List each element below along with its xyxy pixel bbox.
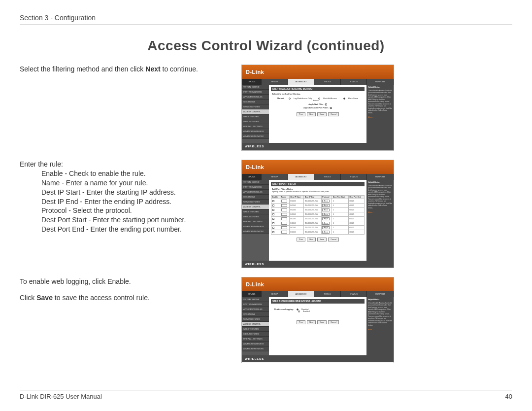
tab-support[interactable]: SUPPORT — [367, 291, 394, 297]
checkbox-icon[interactable] — [330, 107, 332, 109]
sidebar-item[interactable]: NETWORK FILTER — [242, 104, 269, 109]
text-step4: Select the filtering method and then cli… — [20, 65, 232, 151]
sidebar-item-access-control[interactable]: ACCESS CONTROL — [242, 205, 269, 209]
help-more-link[interactable]: More... — [368, 211, 392, 214]
tab-status[interactable]: STATUS — [341, 174, 367, 180]
tab-status[interactable]: STATUS — [341, 79, 367, 85]
protocol-select[interactable]: Any ▾ — [322, 222, 329, 225]
prev-button[interactable]: Prev — [297, 112, 305, 116]
help-more-link[interactable]: More... — [368, 116, 392, 119]
sidebar-item[interactable]: ADVANCED WIRELESS — [242, 224, 269, 229]
name-input[interactable] — [281, 217, 287, 220]
table-row: 0.0.0.0255.255.255.255Any ▾165535 — [271, 212, 365, 217]
tab-status[interactable]: STATUS — [341, 291, 367, 297]
radio-icon[interactable] — [343, 98, 345, 100]
tab-tools[interactable]: TOOLS — [314, 79, 341, 85]
p1-post: to continue. — [161, 65, 198, 73]
protocol-select[interactable]: Any ▾ — [322, 204, 329, 207]
sidebar-item[interactable]: VIRTUAL SERVER — [242, 180, 269, 185]
tab-setup[interactable]: SETUP — [262, 79, 288, 85]
checkbox-icon[interactable] — [325, 103, 327, 105]
next-button[interactable]: Next — [307, 112, 316, 116]
page-number: 40 — [505, 393, 512, 400]
checkbox-icon[interactable] — [272, 218, 274, 220]
sidebar-item[interactable]: FIREWALL SETTINGS — [242, 337, 269, 342]
sidebar-item[interactable]: WEBSITE FILTER — [242, 209, 269, 214]
rule-line: Dest IP End - Enter the ending IP addres… — [20, 197, 232, 206]
checkbox-icon[interactable] — [272, 209, 274, 211]
sidebar-item[interactable]: FIREWALL SETTINGS — [242, 219, 269, 224]
top-tabs: DIR-625 SETUP ADVANCED TOOLS STATUS SUPP… — [242, 174, 394, 180]
checkbox-icon[interactable] — [272, 231, 274, 233]
sidebar-item[interactable]: INBOUND FILTER — [242, 332, 269, 337]
sidebar-item[interactable]: APPLICATION RULES — [242, 190, 269, 195]
radio-icon[interactable] — [289, 98, 291, 100]
name-input[interactable] — [281, 208, 287, 211]
sidebar-item[interactable]: QOS ENGINE — [242, 312, 269, 317]
sidebar-item[interactable]: VIRTUAL SERVER — [242, 297, 269, 302]
save-button[interactable]: Save — [317, 238, 327, 241]
next-button[interactable]: Next — [307, 320, 316, 324]
sidebar-item[interactable]: WEBSITE FILTER — [242, 327, 269, 332]
sidebar-item[interactable]: ADVANCED NETWORK — [242, 229, 269, 234]
protocol-select[interactable]: Any ▾ — [322, 231, 329, 234]
sidebar-item[interactable]: APPLICATION RULES — [242, 95, 269, 100]
sidebar: VIRTUAL SERVER PORT FORWARDING APPLICATI… — [242, 180, 269, 261]
sidebar-item[interactable]: QOS ENGINE — [242, 195, 269, 200]
cancel-button[interactable]: Cancel — [328, 112, 339, 116]
sidebar-item[interactable]: QOS ENGINE — [242, 100, 269, 104]
sidebar-item[interactable]: PORT FORWARDING — [242, 302, 269, 307]
checkbox-icon[interactable] — [272, 200, 274, 202]
tab-support[interactable]: SUPPORT — [367, 174, 394, 180]
protocol-select[interactable]: Any ▾ — [322, 217, 329, 220]
protocol-select[interactable]: Any ▾ — [322, 213, 329, 216]
help-more-link[interactable]: More... — [368, 329, 392, 331]
tab-setup[interactable]: SETUP — [262, 291, 288, 297]
tab-advanced[interactable]: ADVANCED — [288, 79, 315, 85]
sidebar-item[interactable]: INBOUND FILTER — [242, 119, 269, 124]
sidebar-item[interactable]: ADVANCED NETWORK — [242, 134, 269, 139]
sidebar-item[interactable]: ADVANCED WIRELESS — [242, 342, 269, 346]
sidebar-item[interactable]: ADVANCED WIRELESS — [242, 129, 269, 134]
sidebar-item[interactable]: NETWORK FILTER — [242, 317, 269, 322]
protocol-select[interactable]: Any ▾ — [322, 226, 329, 229]
name-input[interactable] — [281, 204, 287, 207]
sidebar-item[interactable]: WEBSITE FILTER — [242, 114, 269, 119]
name-input[interactable] — [281, 200, 287, 203]
next-button[interactable]: Next — [307, 238, 316, 241]
tab-support[interactable]: SUPPORT — [367, 79, 394, 85]
name-input[interactable] — [281, 222, 287, 225]
name-input[interactable] — [281, 213, 287, 216]
prev-button[interactable]: Prev — [297, 320, 305, 324]
sidebar-item[interactable]: ADVANCED NETWORK — [242, 346, 269, 351]
tab-advanced[interactable]: ADVANCED — [288, 291, 315, 297]
protocol-select[interactable]: Any ▾ — [322, 208, 329, 211]
sidebar-item-access-control[interactable]: ACCESS CONTROL — [242, 322, 269, 327]
text-step5: Enter the rule: Enable - Check to enable… — [20, 160, 232, 268]
tab-tools[interactable]: TOOLS — [314, 174, 341, 180]
sidebar-item[interactable]: INBOUND FILTER — [242, 214, 269, 219]
sidebar-item[interactable]: FIREWALL SETTINGS — [242, 124, 269, 129]
save-button[interactable]: Save — [317, 320, 327, 324]
checkbox-icon[interactable] — [272, 205, 274, 206]
sidebar-item[interactable]: APPLICATION RULES — [242, 307, 269, 312]
protocol-select[interactable]: Any ▾ — [322, 200, 329, 203]
save-button[interactable]: Save — [317, 112, 327, 116]
tab-advanced[interactable]: ADVANCED — [288, 174, 315, 180]
name-input[interactable] — [281, 231, 287, 234]
tab-tools[interactable]: TOOLS — [314, 291, 341, 297]
sidebar-item[interactable]: VIRTUAL SERVER — [242, 85, 269, 90]
cancel-button[interactable]: Cancel — [328, 238, 339, 241]
prev-button[interactable]: Prev — [297, 238, 305, 241]
tab-setup[interactable]: SETUP — [262, 174, 288, 180]
sidebar-item-access-control[interactable]: ACCESS CONTROL — [242, 109, 269, 114]
sidebar-item[interactable]: PORT FORWARDING — [242, 90, 269, 95]
checkbox-icon[interactable] — [272, 227, 274, 229]
sidebar-item[interactable]: NETWORK FILTER — [242, 200, 269, 205]
checkbox-icon[interactable] — [272, 213, 274, 215]
cancel-button[interactable]: Cancel — [328, 320, 339, 324]
name-input[interactable] — [281, 226, 287, 229]
checkbox-icon[interactable] — [272, 222, 274, 224]
radio-icon[interactable] — [298, 310, 300, 312]
sidebar-item[interactable]: PORT FORWARDING — [242, 185, 269, 190]
